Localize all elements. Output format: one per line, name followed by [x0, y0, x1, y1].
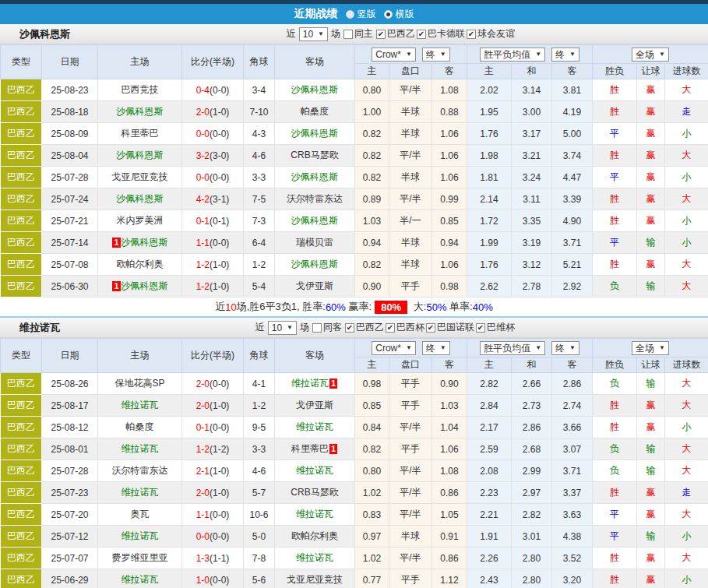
- fulltime-score: 0-0: [196, 129, 210, 139]
- result-cell: 胜: [593, 548, 637, 569]
- odds-company-select[interactable]: Crow* ▼: [372, 48, 416, 62]
- team-name: 沙佩科恩斯: [19, 27, 70, 41]
- handicap-result-cell: 赢: [637, 504, 665, 526]
- home-team-cell: 1沙佩科恩斯: [98, 276, 182, 298]
- league-checkbox[interactable]: [386, 323, 395, 333]
- odds-home-cell: 1.02: [355, 548, 389, 569]
- radio-icon[interactable]: [346, 10, 354, 19]
- league-type-cell: 巴西乙: [1, 145, 42, 167]
- avg-draw-cell: 2.80: [512, 548, 552, 569]
- avg-home-cell: 1.95: [467, 101, 512, 123]
- result-value: 赢: [646, 128, 656, 139]
- away-team-cell: 戈伊亚斯: [275, 395, 355, 417]
- date-cell: 25-07-20: [42, 504, 98, 526]
- away-team-cell: 瑞模贝雷: [275, 232, 355, 254]
- scope-select[interactable]: 全场 ▼: [632, 48, 669, 62]
- league-checkbox[interactable]: [345, 323, 354, 333]
- sub-header-avg-home: 主: [467, 64, 512, 79]
- odds-stage-select[interactable]: 终 ▼: [422, 48, 450, 62]
- date-cell: 25-07-24: [42, 188, 98, 210]
- result-value: 输: [646, 378, 656, 389]
- games-label: 场: [331, 27, 340, 40]
- home-team-name: 费罗维亚里亚: [112, 552, 168, 563]
- radio-selected-icon[interactable]: [384, 10, 393, 19]
- avg-group-header: 胜平负均值 ▼ 终 ▼: [467, 45, 593, 64]
- match-row: 巴西乙25-08-04沙佩科恩斯3-2(3-0)4-6CRB马瑟欧0.82平/半…: [1, 145, 708, 167]
- matches-body: 巴西乙25-08-23巴西竞技0-4(0-0)3-4沙佩科恩斯0.80平/半1.…: [1, 79, 708, 298]
- handicap-cell: 半/一: [389, 210, 432, 232]
- halftime-score: (3-1): [210, 194, 229, 205]
- odds-home-cell: 0.94: [355, 232, 389, 254]
- date-cell: 25-08-18: [42, 101, 98, 123]
- red-card-badge: 1: [329, 444, 337, 454]
- result-value: 负: [610, 280, 619, 291]
- match-count-select[interactable]: 10 ▼: [299, 27, 328, 41]
- date-cell: 25-06-29: [42, 569, 98, 588]
- odds-stage-select[interactable]: 终 ▼: [422, 341, 450, 355]
- fulltime-score: 2-0: [196, 379, 210, 389]
- handicap-cell: 平/半: [389, 417, 432, 438]
- same-venue-checkbox[interactable]: [343, 30, 353, 39]
- corner-cell: 3-4: [244, 79, 275, 101]
- avg-away-cell: 3.20: [552, 569, 593, 588]
- odds-away-cell: 0.91: [432, 526, 467, 548]
- avg-draw-cell: 3.35: [512, 210, 552, 232]
- corner-cell: 3-3: [244, 438, 275, 460]
- handicap-cell: 半球: [389, 232, 432, 254]
- avg-home-cell: 2.02: [467, 79, 512, 101]
- corner-cell: 7-8: [244, 548, 275, 569]
- home-team-name: 维拉诺瓦: [122, 530, 159, 541]
- avg-select[interactable]: 胜平负均值 ▼: [480, 48, 545, 62]
- handicap-result-cell: 赢: [637, 569, 665, 588]
- result-value: 走: [682, 487, 692, 498]
- col-header-away: 客场: [275, 339, 355, 373]
- league-checkbox[interactable]: [417, 30, 426, 39]
- halftime-score: (0-0): [210, 575, 229, 586]
- fulltime-score: 0-0: [196, 531, 210, 542]
- odds-away-cell: 0.85: [432, 210, 467, 232]
- same-venue-checkbox[interactable]: [312, 323, 322, 333]
- odds-home-cell: 0.84: [355, 417, 389, 438]
- layout-radio-horizontal[interactable]: 横版: [384, 8, 414, 21]
- goals-result-cell: 小: [665, 123, 708, 145]
- score-cell: 1-2(1-2): [182, 438, 244, 460]
- result-value: 大: [682, 84, 692, 95]
- league-checkbox[interactable]: [376, 30, 386, 39]
- avg-away-cell: 4.47: [552, 167, 593, 188]
- same-venue-label: 同客: [323, 321, 342, 334]
- handicap-cell: 平/半: [389, 548, 432, 569]
- score-cell: 3-2(3-0): [182, 145, 244, 167]
- layout-radio-vertical[interactable]: 竖版: [346, 8, 376, 21]
- odds-company-select[interactable]: Crow* ▼: [372, 341, 416, 355]
- avg-home-cell: 1.76: [467, 123, 512, 145]
- date-cell: 25-07-12: [42, 526, 98, 548]
- match-count-select[interactable]: 10 ▼: [268, 321, 297, 335]
- away-team-cell: 维拉诺瓦: [275, 417, 355, 438]
- fulltime-score: 2-0: [196, 400, 210, 411]
- summary-segment: 大:: [410, 300, 426, 314]
- result-value: 胜: [610, 400, 619, 410]
- avg-stage-select[interactable]: 终 ▼: [551, 48, 579, 62]
- result-cell: 平: [593, 232, 637, 254]
- league-checkbox[interactable]: [426, 323, 435, 333]
- scope-select[interactable]: 全场 ▼: [632, 341, 669, 355]
- league-filter: 球会友谊: [467, 27, 515, 40]
- avg-home-cell: 2.82: [467, 373, 512, 395]
- league-checkbox[interactable]: [467, 30, 476, 39]
- avg-stage-select[interactable]: 终 ▼: [551, 341, 579, 355]
- result-value: 小: [682, 128, 692, 139]
- odds-home-cell: 0.80: [355, 460, 389, 482]
- col-header-score: 比分(半场): [182, 339, 244, 373]
- match-count-value: 10: [272, 322, 282, 333]
- home-team-cell: 费罗维亚里亚: [98, 548, 182, 569]
- fulltime-score: 0-0: [196, 172, 210, 183]
- away-team-cell: 戈伊亚斯: [275, 276, 355, 298]
- handicap-cell: 半球: [389, 526, 432, 548]
- date-cell: 25-07-23: [42, 482, 98, 504]
- halftime-score: (0-0): [210, 85, 229, 96]
- handicap-cell: 平手: [389, 373, 432, 395]
- league-checkbox[interactable]: [476, 323, 485, 333]
- avg-select[interactable]: 胜平负均值 ▼: [480, 341, 545, 355]
- sub-header-goals: 进球数: [665, 357, 708, 373]
- result-value: 小: [682, 574, 692, 585]
